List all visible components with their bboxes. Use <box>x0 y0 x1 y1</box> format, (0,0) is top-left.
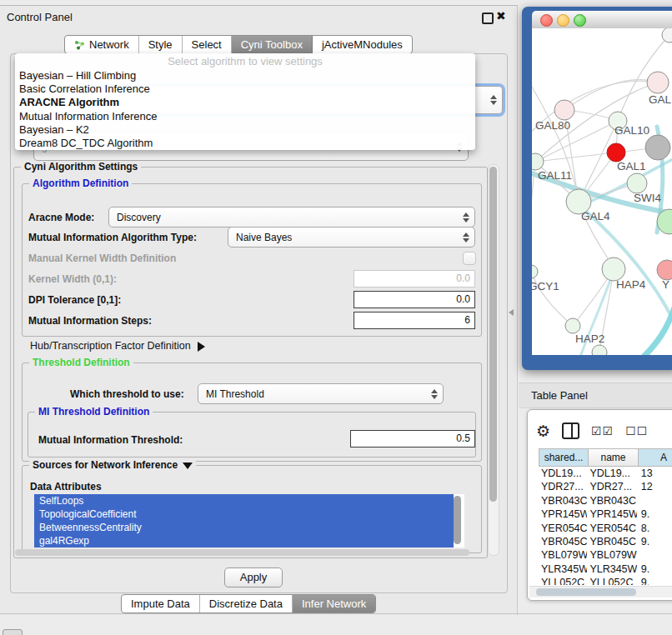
bottom-tab-impute-data[interactable]: Impute Data <box>122 595 200 612</box>
apply-button[interactable]: Apply <box>224 568 283 588</box>
table-panel-title: Table Panel <box>531 389 588 402</box>
table-row[interactable]: YBL079WYBL079W <box>539 548 672 562</box>
panel-splitter-handle[interactable] <box>509 309 514 316</box>
attribute-item-selfloops[interactable]: SelfLoops <box>34 494 454 508</box>
network-node-label: HAP4 <box>616 278 646 291</box>
table-row[interactable]: YDL19...YDL19...13 <box>539 467 672 480</box>
column-header-a[interactable]: A <box>639 448 672 467</box>
network-node-label: GAL10 <box>614 124 649 137</box>
mi-threshold-label: Mutual Information Threshold: <box>38 434 183 446</box>
combo-arrows-icon <box>463 232 469 242</box>
zoom-green-icon[interactable] <box>574 14 586 27</box>
mi-threshold-field[interactable]: 0.5 <box>350 430 475 448</box>
table-row[interactable]: YBR043CYBR043C <box>539 494 672 508</box>
table-body: YDL19...YDL19...13YDR27...YDR27...12YBR0… <box>539 467 672 585</box>
columns-icon[interactable] <box>562 422 579 439</box>
network-node-y[interactable] <box>657 260 672 280</box>
network-node-gal1[interactable] <box>607 143 625 162</box>
dpi-tolerance-field[interactable]: 0.0 <box>354 291 475 308</box>
attributes-list-scrollbar[interactable] <box>454 496 461 544</box>
network-node-gal[interactable] <box>647 72 669 93</box>
data-attributes-label: Data Attributes <box>30 481 102 492</box>
mi-threshold-legend: MI Threshold Definition <box>35 406 153 418</box>
manual-kernel-width-label: Manual Kernel Width Definition <box>28 252 176 264</box>
network-node-label: GAL11 <box>538 169 572 182</box>
screen: Control Panel ✖ NetworkStyleSelectCyni T… <box>0 0 672 635</box>
which-threshold-combobox[interactable]: MI Threshold <box>198 383 444 404</box>
control-panel-title: Control Panel <box>7 11 73 23</box>
bottom-tab-infer-network[interactable]: Infer Network <box>293 595 375 612</box>
bottom-tabbar: Impute DataDiscretize DataInfer Network <box>121 594 376 613</box>
mi-steps-label: Mutual Information Steps: <box>28 315 152 327</box>
close-red-icon[interactable] <box>540 14 553 27</box>
gear-icon[interactable]: ⚙ <box>536 423 550 439</box>
network-node-label: HAP2 <box>575 332 604 345</box>
network-node-item[interactable] <box>645 135 670 160</box>
control-panel-window: Control Panel ✖ NetworkStyleSelectCyni T… <box>0 5 518 615</box>
float-icon[interactable] <box>482 12 494 24</box>
mi-algorithm-type-label: Mutual Information Algorithm Type: <box>28 232 197 243</box>
aracne-mode-combobox[interactable]: Discovery <box>108 207 475 228</box>
attribute-item-gal4rgexp[interactable]: gal4RGexp <box>34 534 454 548</box>
kernel-width-field[interactable]: 0.0 <box>354 270 475 288</box>
tab-style[interactable]: Style <box>139 36 183 53</box>
network-node-label: SWI4 <box>634 192 661 204</box>
bottom-tab-discretize-data[interactable]: Discretize Data <box>200 595 293 612</box>
tab-jactivemnodules[interactable]: jActiveMNodules <box>313 36 412 53</box>
tab-network[interactable]: Network <box>65 36 139 53</box>
table-horizontal-scrollbar[interactable] <box>529 586 672 598</box>
network-edge <box>535 152 616 162</box>
settings-vertical-scrollbar[interactable] <box>488 164 499 556</box>
kernel-width-label: Kernel Width (0,1): <box>28 273 117 285</box>
network-node-item[interactable] <box>592 345 607 355</box>
select-all-checkboxes-icon[interactable]: ☑☑ <box>591 424 614 438</box>
which-threshold-label: Which threshold to use: <box>70 388 184 400</box>
mi-algorithm-type-combobox[interactable]: Naive Bayes <box>228 227 475 248</box>
algorithm-option-bayesian-k2[interactable]: Bayesian – K2 <box>15 123 475 137</box>
table-row[interactable]: YDR27...YDR27...12 <box>539 480 672 493</box>
network-node-label: GAL <box>649 93 672 106</box>
threshold-definition-legend: Threshold Definition <box>29 357 133 368</box>
network-canvas[interactable]: GALGAL80GAL10GAL1GAL11SWI4GAL4GCY1HAP4YH… <box>532 28 672 355</box>
bottom-divider <box>0 613 672 614</box>
network-node-hap4[interactable] <box>602 258 625 281</box>
sources-legend[interactable]: Sources for Network Inference <box>29 459 196 471</box>
network-node-label: GAL1 <box>617 160 646 172</box>
aracne-mode-label: Aracne Mode: <box>28 212 94 223</box>
table-row[interactable]: YBR045CYBR045C9. <box>539 535 672 548</box>
table-row[interactable]: YLL052CYLL052C9. <box>539 576 672 585</box>
minimize-yellow-icon[interactable] <box>557 14 569 27</box>
column-header-name[interactable]: name <box>589 448 639 467</box>
table-row[interactable]: YER054CYER054C8. <box>539 522 672 535</box>
close-icon[interactable]: ✖ <box>496 9 506 22</box>
algorithm-option-dream8-dc-tdc-algorithm[interactable]: Dream8 DC_TDC Algorithm <box>15 137 475 150</box>
network-node-hap2[interactable] <box>565 318 580 333</box>
attribute-item-betweennesscentrality[interactable]: BetweennessCentrality <box>34 521 454 534</box>
network-node-item[interactable] <box>662 28 672 42</box>
table-row[interactable]: YPR145WYPR145W9. <box>539 508 672 521</box>
expand-right-icon <box>198 342 205 352</box>
network-window-titlebar[interactable] <box>532 11 672 29</box>
algorithm-definition-legend: Algorithm Definition <box>29 178 132 189</box>
network-node-swi4[interactable] <box>627 173 647 193</box>
manual-kernel-width-checkbox[interactable] <box>463 252 476 265</box>
network-edge <box>532 162 535 272</box>
network-node-gal80[interactable] <box>554 100 574 120</box>
minimized-panel-button[interactable] <box>3 629 23 635</box>
tab-select[interactable]: Select <box>183 36 232 53</box>
cyni-algorithm-settings-legend: Cyni Algorithm Settings <box>21 161 141 172</box>
algorithm-option-bayesian-hill-climbing[interactable]: Bayesian – Hill Climbing <box>15 69 475 82</box>
settings-horizontal-scrollbar[interactable] <box>15 549 469 556</box>
algorithm-option-aracne-algorithm[interactable]: ARACNE Algorithm <box>15 96 475 109</box>
attribute-item-topologicalcoefficient[interactable]: TopologicalCoefficient <box>34 508 454 521</box>
algorithm-option-basic-correlation-inference[interactable]: Basic Correlation Inference <box>15 82 475 96</box>
deselect-all-checkboxes-icon[interactable]: ☐☐ <box>625 424 648 438</box>
algorithm-option-mutual-information-inference[interactable]: Mutual Information Inference <box>15 110 475 123</box>
algorithm-dropdown-popup: Select algorithm to view settings Bayesi… <box>15 53 475 150</box>
network-node-gcy1[interactable] <box>532 265 538 278</box>
hub-definition-toggle[interactable]: Hub/Transcription Factor Definition <box>30 340 205 352</box>
table-row[interactable]: YLR345WYLR345W9. <box>539 562 672 576</box>
tab-cyni-toolbox[interactable]: Cyni Toolbox <box>232 36 313 53</box>
column-header-shared[interactable]: shared... <box>539 448 589 467</box>
mi-steps-field[interactable]: 6 <box>354 312 475 329</box>
